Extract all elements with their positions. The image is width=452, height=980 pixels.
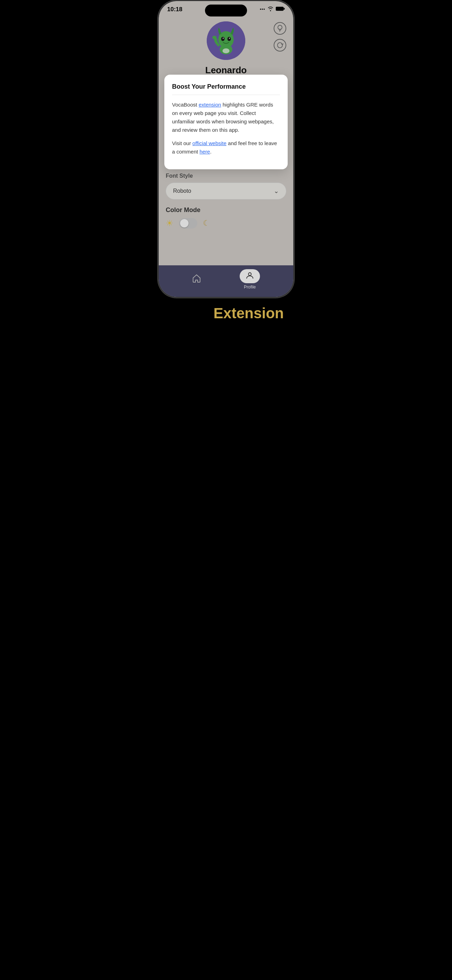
modal-overlay: Boost Your Performance VocaBoost extensi… <box>159 1 293 297</box>
boost-modal: Boost Your Performance VocaBoost extensi… <box>164 75 288 169</box>
extension-link[interactable]: extension <box>199 102 221 108</box>
extension-label: Extension <box>158 298 294 329</box>
modal-paragraph-1: VocaBoost extension highlights GRE words… <box>172 100 280 134</box>
modal-body: VocaBoost extension highlights GRE words… <box>172 100 280 156</box>
modal-paragraph-2: Visit our official website and feel free… <box>172 139 280 156</box>
modal-title: Boost Your Performance <box>172 83 280 95</box>
here-link[interactable]: here <box>199 149 210 154</box>
official-website-link[interactable]: official website <box>193 140 226 146</box>
